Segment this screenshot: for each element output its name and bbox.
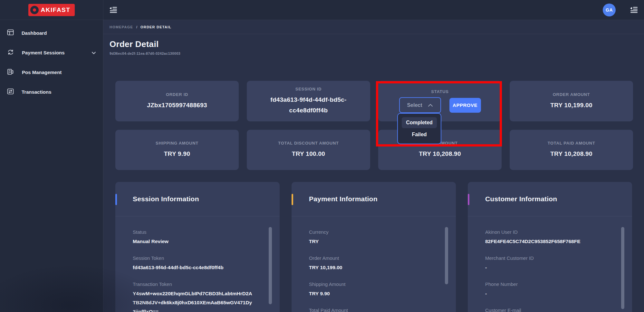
page-head: Order Detail 9d36ec04-de2f-11ea-87d0-024…: [110, 39, 180, 55]
card-label: TOTAL PAID AMOUNT: [548, 141, 595, 146]
panel-accent-bar: [468, 194, 469, 205]
order-id-card: ORDER ID JZbx1705997488693: [115, 81, 239, 121]
payment-information-panel: Payment Information Currency TRY Order A…: [292, 182, 456, 312]
panel-collapse-icon[interactable]: [630, 7, 638, 13]
entry-value: Y4swM+wox220EhqmGLbIPd7CBD3hLabtmHrD2ATB…: [133, 289, 254, 312]
entry-label: Merchant Customer ID: [485, 255, 606, 261]
entry-value: 82FE4FE4C5C74D2C953852F658F768FE: [485, 237, 606, 246]
entry-akinon-user-id: Akinon User ID 82FE4FE4C5C74D2C953852F65…: [485, 229, 606, 246]
panel-body: Currency TRY Order Amount TRY 10,199.00 …: [292, 216, 456, 312]
panel-accent-bar: [292, 194, 293, 205]
logo-mark-icon: [30, 6, 39, 14]
status-option-failed[interactable]: Failed: [402, 129, 437, 140]
entry-order-amount: Order Amount TRY 10,199.00: [309, 255, 430, 272]
panel-accent-bar: [115, 194, 117, 205]
entry-transaction-token: Transaction Token Y4swM+wox220EhqmGLbIPd…: [133, 281, 254, 312]
total-discount-amount-card: TOTAL DISCOUNT AMOUNT TRY 100.00: [247, 130, 370, 170]
transactions-icon: [7, 88, 14, 96]
entry-shipping-amount: Shipping Amount TRY 9.90: [309, 281, 430, 298]
entry-value: -: [485, 263, 606, 272]
card-value: TRY 9.90: [154, 148, 200, 159]
breadcrumb-current: ORDER DETAIL: [140, 25, 171, 29]
entry-label: Customer E-mail: [485, 307, 606, 312]
entry-label: Total Paid Amount: [309, 307, 430, 312]
card-label: SHIPPING AMOUNT: [156, 141, 198, 146]
shipping-amount-card: SHIPPING AMOUNT TRY 9.90: [115, 130, 239, 170]
card-label: TOTAL DISCOUNT AMOUNT: [278, 141, 339, 146]
entry-value: TRY 9.90: [309, 289, 430, 298]
payment-sessions-icon: [7, 49, 14, 57]
logo-row: AKIFAST: [0, 0, 103, 20]
entry-label: Akinon User ID: [485, 229, 606, 235]
card-value: TRY 100.00: [282, 148, 335, 159]
panel-scrollbar[interactable]: [621, 227, 624, 309]
entry-label: Status: [133, 229, 254, 235]
chevron-up-icon: [428, 102, 433, 108]
panel-scrollbar[interactable]: [445, 227, 448, 284]
card-value: TRY 10,208.90: [541, 148, 602, 159]
panel-body: Akinon User ID 82FE4FE4C5C74D2C953852F65…: [468, 216, 632, 312]
status-controls: Select APPROVE: [399, 97, 481, 113]
card-value: TRY 10,199.00: [541, 100, 602, 110]
status-select-dropdown[interactable]: Select: [399, 97, 441, 113]
sidebar-item-label: Transactions: [22, 89, 96, 95]
entry-value: Manual Review: [133, 237, 254, 246]
order-amount-card: ORDER AMOUNT TRY 10,199.00: [510, 81, 633, 121]
sidebar-collapse-icon[interactable]: [110, 7, 117, 13]
topbar: GA: [103, 0, 644, 20]
breadcrumb-home-link[interactable]: HOMEPAGE: [110, 25, 133, 29]
customer-information-panel: Customer Information Akinon User ID 82FE…: [468, 182, 632, 312]
entry-currency: Currency TRY: [309, 229, 430, 246]
sidebar-item-payment-sessions[interactable]: Payment Sessions: [0, 43, 103, 62]
card-label: STATUS: [431, 89, 448, 94]
entry-status: Status Manual Review: [133, 229, 254, 246]
entry-label: Transaction Token: [133, 281, 254, 287]
topbar-right: GA: [603, 4, 644, 16]
sidebar-item-label: Payment Sessions: [22, 50, 84, 55]
page-subtitle-order-uuid: 9d36ec04-de2f-11ea-87d0-0242ac130003: [110, 52, 180, 55]
panel-title: Customer Information: [485, 195, 557, 203]
panel-header: Session Information: [115, 182, 280, 216]
pos-icon: [7, 69, 14, 76]
order-detail-screen: AKIFAST Dashboard Payment Sessions: [0, 0, 644, 312]
panel-body: Status Manual Review Session Token fd43a…: [115, 216, 280, 312]
status-option-completed[interactable]: Completed: [402, 117, 437, 128]
user-avatar[interactable]: GA: [603, 4, 616, 16]
sidebar-nav: Dashboard Payment Sessions Pos Managemen…: [0, 20, 103, 102]
sidebar-item-transactions[interactable]: Transactions: [0, 82, 103, 102]
total-paid-amount-card: TOTAL PAID AMOUNT TRY 10,208.90: [510, 130, 633, 170]
entry-value: TRY: [309, 237, 430, 246]
card-value: TRY 10,208.90: [409, 148, 471, 159]
breadcrumb-separator: /: [136, 25, 137, 29]
chevron-down-icon: [91, 50, 96, 56]
entry-phone-number: Phone Number -: [485, 281, 606, 298]
entry-label: Order Amount: [309, 255, 430, 261]
entry-value: -: [485, 289, 606, 298]
entry-session-token: Session Token fd43a613-9f4d-44df-bd5c-cc…: [133, 255, 254, 272]
entry-label: Currency: [309, 229, 430, 235]
status-dropdown-menu: Completed Failed: [397, 113, 441, 144]
page-title: Order Detail: [110, 39, 180, 49]
entry-value: fd43a613-9f4d-44df-bd5c-cc4e8df0ff4b: [133, 263, 254, 272]
logo-text: AKIFAST: [41, 6, 71, 14]
panel-scrollbar[interactable]: [269, 227, 272, 304]
sidebar-item-dashboard[interactable]: Dashboard: [0, 23, 103, 43]
panel-header: Customer Information: [468, 182, 632, 216]
card-label: SESSION ID: [295, 87, 322, 91]
entry-total-paid-amount: Total Paid Amount TRY 10,208.90: [309, 307, 430, 312]
entry-label: Session Token: [133, 255, 254, 261]
sidebar: AKIFAST Dashboard Payment Sessions: [0, 0, 103, 312]
entry-label: Phone Number: [485, 281, 606, 287]
sidebar-item-pos-management[interactable]: Pos Management: [0, 62, 103, 82]
card-value: fd43a613-9f4d-44df-bd5c-cc4e8df0ff4b: [257, 94, 360, 116]
card-label: ORDER AMOUNT: [553, 92, 590, 97]
breadcrumb: HOMEPAGE / ORDER DETAIL: [103, 20, 644, 34]
panel-header: Payment Information: [292, 182, 456, 216]
session-information-panel: Session Information Status Manual Review…: [115, 182, 280, 312]
entry-value: TRY 10,199.00: [309, 263, 430, 272]
akifast-logo[interactable]: AKIFAST: [28, 4, 75, 16]
card-value: JZbx1705997488693: [137, 100, 217, 110]
approve-button[interactable]: APPROVE: [449, 98, 481, 113]
card-label: ORDER ID: [166, 92, 188, 97]
sidebar-item-label: Dashboard: [22, 30, 96, 36]
